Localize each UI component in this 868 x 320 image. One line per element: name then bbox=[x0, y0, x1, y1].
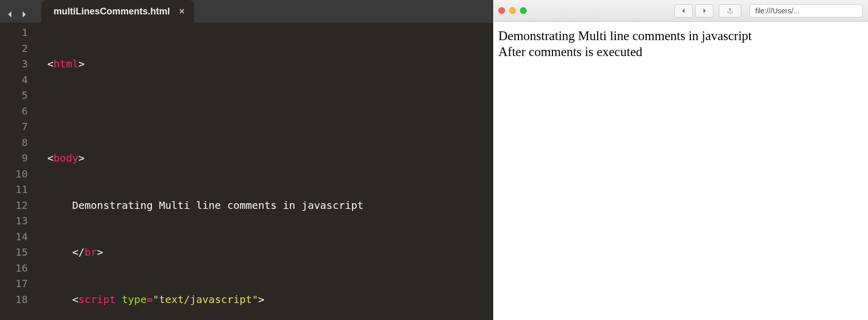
code-line: <script type="text/javascript"> bbox=[47, 292, 493, 308]
nav-forward-button[interactable] bbox=[18, 8, 30, 21]
window-controls bbox=[498, 7, 527, 14]
code-line: <body> bbox=[47, 150, 493, 166]
editor-titlebar: multiLinesComments.html × bbox=[0, 0, 493, 23]
browser-pane: file:///Users/... Demonstrating Multi li… bbox=[493, 0, 868, 320]
browser-back-button[interactable] bbox=[674, 4, 693, 17]
window-close-button[interactable] bbox=[498, 7, 505, 14]
editor-body[interactable]: 1 2 3 4 5 6 7 8 9 10 11 12 13 14 15 16 1… bbox=[0, 23, 493, 320]
line-number: 8 bbox=[0, 135, 28, 151]
line-number-gutter: 1 2 3 4 5 6 7 8 9 10 11 12 13 14 15 16 1… bbox=[0, 23, 36, 320]
line-number: 1 bbox=[0, 25, 28, 41]
nav-back-button[interactable] bbox=[4, 8, 16, 21]
window-zoom-button[interactable] bbox=[520, 7, 527, 14]
line-number: 12 bbox=[0, 198, 28, 214]
line-number: 13 bbox=[0, 213, 28, 229]
line-number: 6 bbox=[0, 103, 28, 119]
line-number: 11 bbox=[0, 182, 28, 198]
browser-url-text: file:///Users/... bbox=[755, 7, 800, 15]
page-text-line: After comments is executed bbox=[498, 44, 863, 60]
line-number: 3 bbox=[0, 56, 28, 72]
line-number: 5 bbox=[0, 87, 28, 103]
code-line: </br> bbox=[47, 244, 493, 260]
line-number: 17 bbox=[0, 276, 28, 292]
browser-viewport: Demonstrating Multi line comments in jav… bbox=[493, 22, 868, 320]
line-number: 16 bbox=[0, 260, 28, 276]
tab-filename: multiLinesComments.html bbox=[54, 6, 170, 17]
line-number: 10 bbox=[0, 166, 28, 182]
window-minimize-button[interactable] bbox=[509, 7, 516, 14]
line-number: 4 bbox=[0, 72, 28, 88]
close-icon[interactable]: × bbox=[179, 6, 185, 17]
line-number: 14 bbox=[0, 229, 28, 245]
browser-toolbar: file:///Users/... bbox=[493, 0, 868, 22]
line-number: 7 bbox=[0, 119, 28, 135]
code-area[interactable]: <html> <body> Demonstrating Multi line c… bbox=[36, 23, 493, 320]
code-editor-pane: multiLinesComments.html × 1 2 3 4 5 6 7 … bbox=[0, 0, 493, 320]
line-number: 18 bbox=[0, 292, 28, 308]
code-line: Demonstrating Multi line comments in jav… bbox=[47, 198, 493, 214]
page-text-line: Demonstrating Multi line comments in jav… bbox=[498, 28, 863, 44]
line-number: 2 bbox=[0, 41, 28, 57]
code-line bbox=[47, 103, 493, 119]
browser-share-button[interactable] bbox=[719, 4, 741, 17]
line-number: 9 bbox=[0, 150, 28, 166]
browser-url-bar[interactable]: file:///Users/... bbox=[750, 4, 863, 17]
code-line: <html> bbox=[47, 56, 493, 72]
editor-tab[interactable]: multiLinesComments.html × bbox=[41, 0, 194, 23]
line-number: 15 bbox=[0, 244, 28, 260]
browser-forward-button[interactable] bbox=[695, 4, 714, 17]
